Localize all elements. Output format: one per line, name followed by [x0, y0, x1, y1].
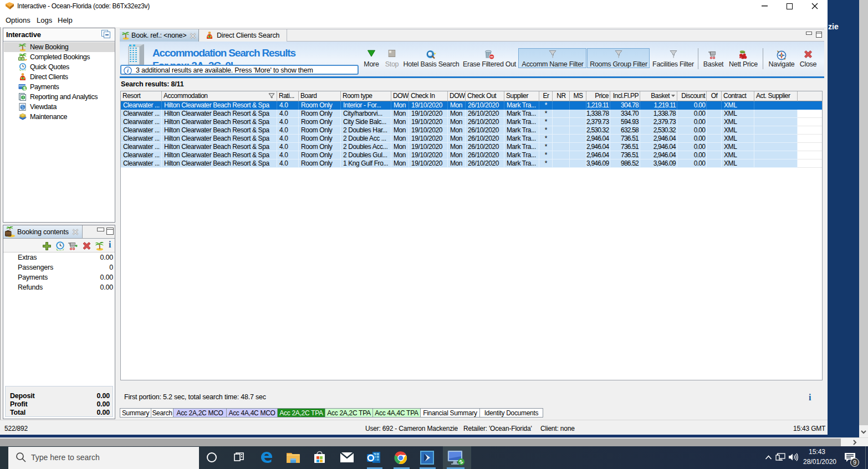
svg-text:$: $: [460, 460, 462, 464]
svg-text:$: $: [23, 86, 26, 91]
